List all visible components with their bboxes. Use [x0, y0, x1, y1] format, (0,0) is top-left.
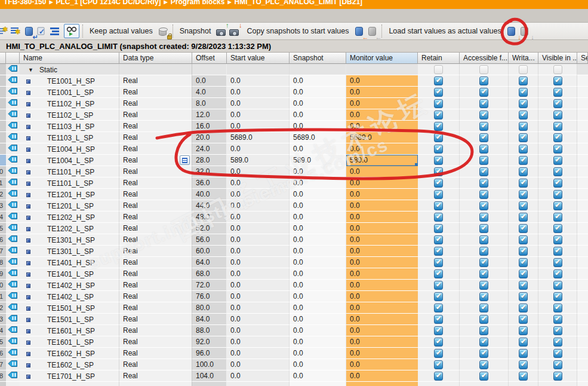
start-value-cell[interactable]: 5689.0 — [227, 132, 290, 143]
retain-checkbox[interactable] — [434, 292, 443, 301]
table-row[interactable]: 16TE1301_H_SPReal56.00.00.00.0 — [0, 234, 588, 246]
name-cell[interactable]: TE1402_H_SP — [20, 280, 119, 291]
name-cell[interactable]: TE1201_L_SP — [20, 200, 119, 212]
row-number-cell[interactable]: 7 — [0, 132, 6, 143]
writable-checkbox[interactable] — [519, 326, 528, 335]
visible-checkbox[interactable] — [553, 326, 562, 335]
writable-checkbox[interactable] — [519, 156, 528, 165]
retain-checkbox[interactable] — [434, 122, 443, 131]
accessible-checkbox[interactable] — [479, 167, 488, 176]
table-row[interactable]: 2TE1001_H_SPReal0.00.00.00.0 — [0, 75, 588, 87]
visible-checkbox[interactable] — [553, 372, 562, 381]
retain-cell[interactable] — [418, 200, 460, 212]
start-value-cell[interactable]: 0.0 — [227, 257, 290, 268]
snapshot-button[interactable]: Snapshot — [180, 27, 211, 35]
accessible-checkbox[interactable] — [479, 281, 488, 290]
data-type-cell[interactable]: Real — [119, 75, 192, 87]
monitor-value-cell[interactable]: 0.0 — [346, 359, 418, 370]
retain-cell[interactable] — [418, 121, 460, 132]
writable-checkbox[interactable] — [519, 167, 528, 176]
writable-cell[interactable] — [509, 75, 538, 87]
copy-snapshots-to-start-values-button[interactable]: Copy snapshots to start values — [247, 27, 349, 35]
table-row[interactable]: 25TE1601_L_SPReal92.00.00.00.0 — [0, 336, 588, 348]
data-type-cell[interactable]: Real — [119, 291, 192, 302]
data-type-cell[interactable]: Real — [119, 302, 192, 314]
retain-checkbox[interactable] — [434, 167, 443, 176]
start-value-cell[interactable]: 0.0 — [227, 280, 290, 291]
accessible-checkbox[interactable] — [479, 99, 488, 108]
accessible-checkbox[interactable] — [479, 145, 488, 154]
start-value-cell[interactable]: 0.0 — [227, 189, 290, 200]
data-type-cell[interactable]: Real — [119, 246, 192, 257]
monitor-value-cell[interactable]: 5689.0 — [346, 132, 418, 143]
visible-cell[interactable] — [538, 143, 577, 155]
monitor-value-cell[interactable]: 0.0 — [346, 189, 418, 200]
writable-cell[interactable] — [509, 189, 538, 200]
row-number-cell[interactable]: 11 — [0, 177, 6, 189]
table-row[interactable]: 12TE1201_H_SPReal40.00.00.00.0 — [0, 189, 588, 200]
writable-cell[interactable] — [509, 109, 538, 121]
retain-checkbox[interactable] — [434, 326, 443, 335]
retain-cell[interactable] — [418, 155, 460, 166]
visible-checkbox[interactable] — [553, 167, 562, 176]
monitor-value-cell[interactable]: 0.0 — [346, 234, 418, 246]
accessible-checkbox[interactable] — [479, 76, 488, 85]
writable-cell[interactable] — [509, 359, 538, 370]
writable-checkbox[interactable] — [519, 122, 528, 131]
row-number-cell[interactable]: 5 — [0, 109, 6, 121]
row-number-cell[interactable]: 24 — [0, 325, 6, 336]
visible-cell[interactable] — [538, 155, 577, 166]
accessible-cell[interactable] — [460, 143, 509, 155]
start-value-cell[interactable]: 0.0 — [227, 177, 290, 189]
load-start-values-selected-icon[interactable]: ↓ — [518, 24, 531, 38]
name-cell[interactable]: TE1301_H_SP — [20, 234, 119, 246]
data-type-cell[interactable]: Real — [119, 132, 192, 143]
accessible-checkbox[interactable] — [479, 292, 488, 301]
monitor-value-cell[interactable]: 0.0 — [346, 143, 418, 155]
start-value-cell[interactable]: 0.0 — [227, 348, 290, 359]
accessible-checkbox[interactable] — [479, 269, 488, 278]
table-row[interactable]: 10TE1101_H_SPReal32.00.00.00.0 — [0, 166, 588, 177]
start-value-cell[interactable]: 0.0 — [227, 314, 290, 325]
accessible-checkbox[interactable] — [479, 224, 488, 233]
visible-cell[interactable] — [538, 132, 577, 143]
visible-cell[interactable] — [538, 121, 577, 132]
writable-cell[interactable] — [509, 291, 538, 302]
column-header-accessible-f[interactable]: Accessible f... — [460, 53, 509, 64]
retain-cell[interactable] — [418, 87, 460, 98]
table-row[interactable]: 5TE1102_L_SPReal12.00.00.00.0 — [0, 109, 588, 121]
accessible-cell[interactable] — [460, 177, 509, 189]
monitor-value-cell[interactable]: 0.0 — [346, 314, 418, 325]
writable-cell[interactable] — [509, 223, 538, 234]
visible-cell[interactable] — [538, 87, 577, 98]
table-row[interactable]: 17TE1301_L_SPReal60.00.00.00.0 — [0, 246, 588, 257]
retain-checkbox[interactable] — [434, 360, 443, 369]
table-row[interactable]: 20TE1402_H_SPReal72.00.00.00.0 — [0, 280, 588, 291]
monitor-value-cell[interactable]: 0.0 — [346, 98, 418, 109]
start-value-cell[interactable]: 0.0 — [227, 75, 290, 87]
monitor-value-cell[interactable]: 0.0 — [346, 246, 418, 257]
visible-checkbox[interactable] — [553, 360, 562, 369]
visible-checkbox[interactable] — [553, 281, 562, 290]
visible-cell[interactable] — [538, 336, 577, 348]
table-row[interactable]: 18TE1401_H_SPReal64.00.00.00.0 — [0, 257, 588, 268]
visible-cell[interactable] — [538, 223, 577, 234]
writable-checkbox[interactable] — [519, 338, 528, 347]
accessible-cell[interactable] — [460, 257, 509, 268]
breadcrumb-item[interactable]: TFB-380-150 — [4, 0, 46, 6]
writable-checkbox[interactable] — [519, 65, 528, 74]
accessible-checkbox[interactable] — [479, 156, 488, 165]
table-row[interactable]: 14TE1202_H_SPReal48.00.00.00.0 — [0, 212, 588, 223]
accessible-checkbox[interactable] — [479, 326, 488, 335]
monitor-value-cell[interactable]: 0.0 — [346, 302, 418, 314]
writable-cell[interactable] — [509, 325, 538, 336]
start-value-cell[interactable]: 0.0 — [227, 166, 290, 177]
writable-cell[interactable] — [509, 143, 538, 155]
data-type-cell[interactable]: Real — [119, 155, 192, 166]
row-number-cell[interactable]: 1 — [0, 64, 6, 75]
accessible-checkbox[interactable] — [479, 247, 488, 256]
writable-checkbox[interactable] — [519, 201, 528, 210]
visible-cell[interactable] — [538, 314, 577, 325]
writable-checkbox[interactable] — [519, 258, 528, 267]
name-cell[interactable]: TE1102_H_SP — [20, 98, 119, 109]
